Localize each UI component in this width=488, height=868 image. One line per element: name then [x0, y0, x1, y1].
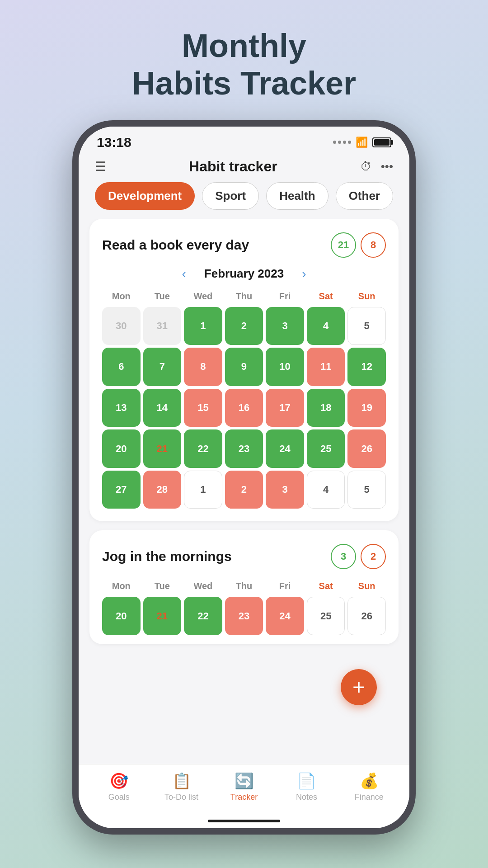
table-row[interactable]: 23	[225, 597, 263, 635]
table-row[interactable]: 21	[143, 429, 182, 468]
table-row[interactable]: 9	[225, 348, 263, 386]
tab-development[interactable]: Development	[95, 182, 195, 210]
table-row[interactable]: 1	[184, 471, 222, 509]
habit2-counts: 3 2	[331, 544, 386, 569]
table-row[interactable]: 1	[184, 307, 222, 345]
plus-icon: +	[352, 675, 365, 699]
app-title: Habit tracker	[189, 158, 277, 175]
table-row[interactable]: 24	[266, 429, 304, 468]
habit-card-1: Read a book every day 21 8 ‹ February 20…	[89, 219, 399, 522]
todo-icon: 📋	[172, 772, 191, 790]
table-row[interactable]: 2	[225, 471, 263, 509]
finance-icon: 💰	[360, 772, 379, 790]
table-row[interactable]: 22	[184, 429, 222, 468]
prev-month-button[interactable]: ‹	[182, 267, 186, 281]
category-tabs: Development Sport Health Other	[79, 182, 409, 219]
nav-item-notes[interactable]: 📄 Notes	[275, 772, 338, 802]
habit2-name: Jog in the mornings	[102, 549, 232, 564]
table-row[interactable]: 5	[347, 471, 386, 509]
nav-item-tracker[interactable]: 🔄 Tracker	[213, 772, 275, 802]
table-row[interactable]: 28	[143, 471, 182, 509]
table-row[interactable]: 19	[347, 389, 386, 427]
home-indicator	[79, 814, 409, 828]
nav-label-finance: Finance	[355, 793, 384, 802]
signal-icon	[333, 141, 351, 144]
table-row[interactable]: 6	[102, 348, 141, 386]
habit-card-2: Jog in the mornings 3 2 Mon Tue Wed Thu	[89, 530, 399, 644]
tab-sport[interactable]: Sport	[202, 182, 259, 210]
table-row[interactable]: 10	[266, 348, 304, 386]
day-header-sat: Sat	[307, 288, 345, 304]
day-header-fri2: Fri	[266, 578, 304, 594]
table-row[interactable]: 4	[307, 307, 345, 345]
habit2-orange-count: 2	[361, 544, 386, 569]
table-row[interactable]: 4	[307, 471, 345, 509]
table-row[interactable]: 20	[102, 429, 141, 468]
table-row[interactable]: 25	[307, 429, 345, 468]
timer-icon[interactable]: ⏱	[360, 160, 372, 174]
status-bar: 13:18 📶	[79, 127, 409, 154]
nav-label-notes: Notes	[296, 793, 317, 802]
day-header-tue2: Tue	[143, 578, 182, 594]
table-row[interactable]: 15	[184, 389, 222, 427]
calendar-month: February 2023	[204, 267, 284, 281]
table-row[interactable]: 17	[266, 389, 304, 427]
table-row[interactable]: 8	[184, 348, 222, 386]
table-row[interactable]: 25	[307, 597, 345, 635]
table-row[interactable]: 26	[347, 429, 386, 468]
day-header-mon: Mon	[102, 288, 141, 304]
table-row[interactable]: 24	[266, 597, 304, 635]
day-header-sat2: Sat	[307, 578, 345, 594]
table-row[interactable]: 30	[102, 307, 141, 345]
add-habit-button[interactable]: +	[341, 669, 377, 705]
calendar-nav: ‹ February 2023 ›	[102, 267, 386, 281]
day-header-sun: Sun	[347, 288, 386, 304]
nav-label-todo: To-Do list	[164, 793, 198, 802]
table-row[interactable]: 14	[143, 389, 182, 427]
table-row[interactable]: 11	[307, 348, 345, 386]
day-header-mon2: Mon	[102, 578, 141, 594]
goals-icon: 🎯	[109, 772, 128, 790]
habit1-orange-count: 8	[361, 232, 386, 258]
next-month-button[interactable]: ›	[302, 267, 306, 281]
nav-item-finance[interactable]: 💰 Finance	[338, 772, 400, 802]
battery-icon	[372, 137, 391, 147]
table-row[interactable]: 12	[347, 348, 386, 386]
table-row[interactable]: 31	[143, 307, 182, 345]
tab-other[interactable]: Other	[336, 182, 393, 210]
app-header: ☰ Habit tracker ⏱ •••	[79, 154, 409, 182]
tab-health[interactable]: Health	[266, 182, 328, 210]
table-row[interactable]: 7	[143, 348, 182, 386]
table-row[interactable]: 5	[347, 307, 386, 345]
table-row[interactable]: 18	[307, 389, 345, 427]
day-header-thu2: Thu	[225, 578, 263, 594]
table-row[interactable]: 3	[266, 307, 304, 345]
nav-item-todo[interactable]: 📋 To-Do list	[150, 772, 212, 802]
table-row[interactable]: 22	[184, 597, 222, 635]
table-row[interactable]: 23	[225, 429, 263, 468]
habit1-green-count: 21	[331, 232, 356, 258]
home-bar	[208, 820, 280, 822]
table-row[interactable]: 2	[225, 307, 263, 345]
table-row[interactable]: 3	[266, 471, 304, 509]
day-header-sun2: Sun	[347, 578, 386, 594]
table-row[interactable]: 26	[347, 597, 386, 635]
table-row[interactable]: 13	[102, 389, 141, 427]
nav-label-tracker: Tracker	[230, 793, 258, 802]
habit1-name: Read a book every day	[102, 237, 249, 253]
more-icon[interactable]: •••	[381, 160, 393, 174]
status-icons: 📶	[333, 137, 391, 148]
nav-item-goals[interactable]: 🎯 Goals	[88, 772, 150, 802]
table-row[interactable]: 20	[102, 597, 141, 635]
tracker-icon: 🔄	[235, 772, 253, 790]
table-row[interactable]: 16	[225, 389, 263, 427]
calendar-grid-2: Mon Tue Wed Thu Fri Sat Sun 20 21 22 23 …	[102, 578, 386, 635]
habit1-counts: 21 8	[331, 232, 386, 258]
day-header-wed2: Wed	[184, 578, 222, 594]
table-row[interactable]: 21	[143, 597, 182, 635]
menu-button[interactable]: ☰	[95, 159, 106, 174]
notes-icon: 📄	[297, 772, 316, 790]
habit2-green-count: 3	[331, 544, 356, 569]
scroll-area[interactable]: Read a book every day 21 8 ‹ February 20…	[79, 219, 409, 723]
table-row[interactable]: 27	[102, 471, 141, 509]
